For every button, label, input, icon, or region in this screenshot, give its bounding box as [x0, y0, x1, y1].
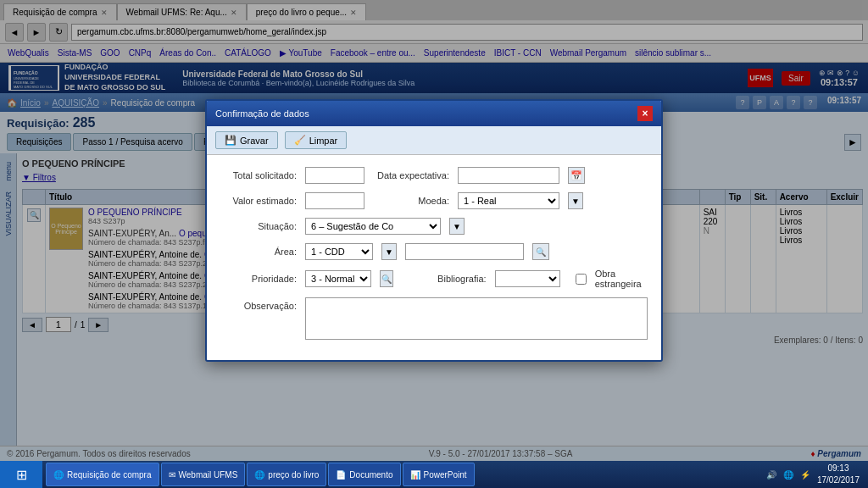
taskbar-item-1-icon: 🌐 [53, 470, 64, 480]
total-input[interactable] [305, 167, 364, 184]
taskbar-right: 🔊 🌐 ⚡ 09:13 17/02/2017 [758, 463, 868, 486]
taskbar-item-2-label: Webmail UFMS [179, 470, 238, 480]
save-button[interactable]: 💾 Gravar [215, 131, 278, 149]
form-row-4: Área: 1 - CDD ▼ 🔍 [220, 243, 648, 260]
taskbar-item-1-label: Requisição de compra [67, 470, 152, 480]
form-row-3: Situação: 6 – Sugestão de Co ▼ [220, 218, 648, 235]
start-button[interactable]: ⊞ [0, 461, 42, 488]
prioridade-select[interactable]: 3 - Normal [305, 270, 371, 287]
tray-icon-sound: 🔊 [766, 470, 776, 480]
modal-title: Confirmação de dados [215, 108, 309, 119]
tray-icon-power: ⚡ [800, 470, 810, 480]
taskbar-item-5-icon: 📊 [410, 470, 420, 480]
taskbar-item-3-icon: 🌐 [254, 470, 264, 480]
taskbar-item-2-icon: ✉ [169, 470, 175, 480]
taskbar-item-4-label: Documento [349, 470, 392, 480]
data-expectativa-input[interactable] [458, 167, 559, 184]
taskbar-items: 🌐 Requisição de compra ✉ Webmail UFMS 🌐 … [42, 461, 758, 488]
moeda-dropdown-icon[interactable]: ▼ [568, 192, 583, 209]
valor-input[interactable] [305, 192, 364, 209]
clock-date: 17/02/2017 [817, 474, 860, 486]
modal-body: Total solicitado: Data expectativa: 📅 Va… [207, 155, 661, 360]
taskbar-item-3[interactable]: 🌐 preço do livro [247, 463, 326, 486]
area-select[interactable]: 1 - CDD [305, 243, 373, 260]
taskbar-item-4-icon: 📄 [336, 470, 346, 480]
clock-time: 09:13 [817, 463, 860, 474]
calendar-icon[interactable]: 📅 [568, 167, 585, 184]
taskbar-item-5-label: PowerPoint [424, 470, 467, 480]
modal-close-button[interactable]: × [637, 106, 653, 121]
moeda-label: Moeda: [373, 196, 449, 206]
form-row-2: Valor estimado: Moeda: 1 - Real ▼ [220, 192, 648, 209]
modal-toolbar: 💾 Gravar 🧹 Limpar [207, 126, 661, 155]
area-label: Área: [220, 247, 297, 257]
data-expectativa-label: Data expectativa: [373, 170, 449, 180]
bibliografia-label: Bibliografia: [410, 274, 487, 284]
confirmation-modal: Confirmação de dados × 💾 Gravar 🧹 Limpar… [205, 99, 663, 362]
taskbar-clock: 09:13 17/02/2017 [817, 463, 860, 486]
form-row-6: Observação: [220, 297, 648, 340]
moeda-select[interactable]: 1 - Real [458, 192, 559, 209]
tray-icon-network: 🌐 [783, 470, 793, 480]
area-search-button[interactable]: 🔍 [532, 243, 549, 260]
prioridade-label: Prioridade: [220, 274, 297, 284]
modal-header: Confirmação de dados × [207, 101, 661, 126]
situacao-select[interactable]: 6 – Sugestão de Co [305, 218, 441, 235]
observacao-label: Observação: [220, 301, 297, 311]
obra-estrangeira-checkbox[interactable] [576, 274, 587, 285]
taskbar-item-3-label: preço do livro [268, 470, 319, 480]
situacao-dropdown-icon[interactable]: ▼ [449, 218, 465, 235]
modal-overlay: Confirmação de dados × 💾 Gravar 🧹 Limpar… [0, 0, 868, 461]
taskbar-item-4[interactable]: 📄 Documento [328, 463, 400, 486]
observacao-textarea[interactable] [305, 297, 648, 340]
clear-icon: 🧹 [294, 135, 306, 146]
total-label: Total solicitado: [220, 170, 297, 180]
valor-label: Valor estimado: [220, 196, 297, 206]
taskbar: ⊞ 🌐 Requisição de compra ✉ Webmail UFMS … [0, 461, 868, 488]
clear-label: Limpar [309, 136, 338, 146]
area-text-input[interactable] [405, 243, 524, 260]
taskbar-item-1[interactable]: 🌐 Requisição de compra [46, 463, 159, 486]
prioridade-search-button[interactable]: 🔍 [380, 270, 393, 287]
situacao-label: Situação: [220, 221, 297, 231]
taskbar-item-2[interactable]: ✉ Webmail UFMS [161, 463, 246, 486]
save-label: Gravar [240, 136, 269, 146]
save-icon: 💾 [225, 135, 236, 146]
form-row-5: Prioridade: 3 - Normal 🔍 Bibliografia: O… [220, 269, 648, 289]
area-dropdown-icon[interactable]: ▼ [381, 243, 397, 260]
form-row-1: Total solicitado: Data expectativa: 📅 [220, 167, 648, 184]
obra-estrangeira-label: Obra estrangeira [595, 269, 648, 289]
clear-button[interactable]: 🧹 Limpar [285, 131, 348, 149]
taskbar-item-5[interactable]: 📊 PowerPoint [403, 463, 475, 486]
bibliografia-select[interactable] [495, 270, 560, 287]
